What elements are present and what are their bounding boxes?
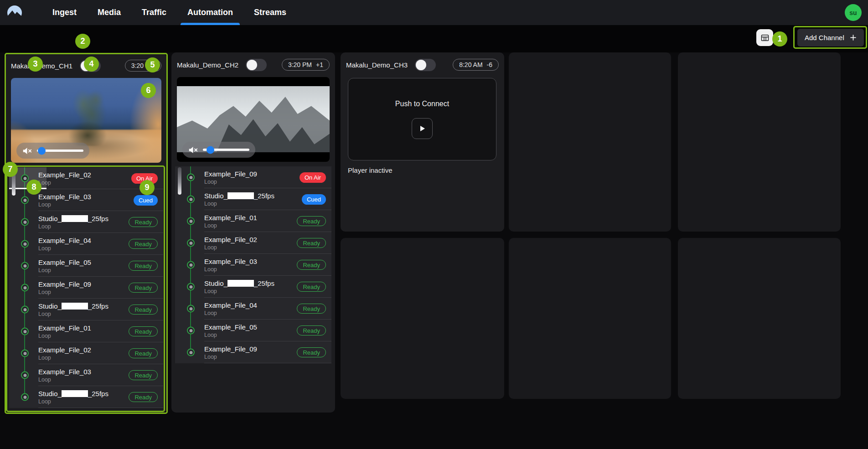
channel-preview-player[interactable]: [177, 77, 330, 162]
plus-icon: [850, 34, 857, 41]
tab-traffic[interactable]: Traffic: [131, 0, 177, 25]
name-prefix: Studio_: [204, 192, 227, 200]
playlist-item-status-badge: Ready: [129, 261, 158, 271]
playlist-item-status-badge: Ready: [297, 304, 326, 314]
playlist-item-meta: Example_File_03 Loop: [204, 258, 257, 273]
playlist-item[interactable]: Example_File_05 Loop Ready: [175, 320, 331, 341]
channel-on-air-toggle[interactable]: [415, 59, 436, 71]
playlist-item-node-icon: [21, 284, 29, 292]
playlist-item-status-badge: Ready: [129, 326, 158, 336]
channel-time-pill: 3:20 PM: [125, 60, 161, 72]
volume-slider-knob[interactable]: [207, 146, 214, 154]
empty-channel-slot: [509, 52, 671, 232]
playlist-scrollbar-thumb[interactable]: [178, 167, 181, 195]
playlist-item[interactable]: Example_File_01 Loop Ready: [175, 210, 331, 232]
play-icon: [418, 125, 426, 132]
playlist-item-node-icon: [187, 174, 195, 181]
tab-label: Automation: [187, 8, 233, 17]
empty-channel-slot: [509, 238, 671, 399]
playlist-item-name: Example_File_03: [38, 368, 91, 376]
add-channel-button[interactable]: Add Channel: [797, 29, 864, 46]
playlist-item[interactable]: Example_File_09 Loop Ready: [9, 277, 163, 299]
playlist-item[interactable]: Example_File_03 Loop Ready: [175, 254, 331, 276]
playlist-item-name: Example_File_01: [38, 324, 91, 332]
playlist-item-meta: Example_File_05 Loop: [204, 323, 257, 338]
playlist-item-status-badge: Ready: [297, 238, 326, 248]
utc-offset: +1: [316, 61, 323, 68]
playlist-item[interactable]: Studio__25fps Loop Ready: [9, 211, 163, 233]
playlist-item[interactable]: Example_File_04 Loop Ready: [9, 233, 163, 255]
volume-slider[interactable]: [203, 149, 249, 151]
muted-speaker-icon[interactable]: [188, 146, 198, 154]
channel-time: 3:20 PM: [131, 62, 155, 69]
tab-media[interactable]: Media: [87, 0, 131, 25]
playlist-item[interactable]: Example_File_09 Loop Ready: [175, 341, 331, 363]
name-prefix: Studio_: [38, 302, 62, 310]
playlist-item-status-badge: Ready: [129, 239, 158, 249]
toolbar: Add Channel: [0, 25, 868, 52]
channel-on-air-toggle[interactable]: [80, 60, 101, 72]
playlist-item[interactable]: Example_File_02 Loop Ready: [9, 342, 163, 364]
channel-playlist: Example_File_09 Loop On Air Studio__25fp…: [175, 166, 331, 363]
channel-on-air-toggle[interactable]: [246, 59, 267, 71]
grid-view-icon: [760, 33, 770, 42]
volume-slider[interactable]: [37, 150, 83, 152]
connect-play-button[interactable]: [412, 118, 433, 139]
name-suffix: _25fps: [88, 302, 108, 310]
playlist-item-meta: Studio__25fps Loop: [204, 279, 274, 294]
playlist-item[interactable]: Studio__25fps Loop Ready: [175, 276, 331, 298]
channel-preview-player[interactable]: [11, 78, 161, 163]
playlist-item-node-icon: [21, 196, 29, 204]
playlist-item[interactable]: Example_File_04 Loop Ready: [175, 298, 331, 320]
playlist-item[interactable]: Studio__25fps Loop Cued: [175, 188, 331, 210]
redacted-text-block: [62, 303, 88, 310]
playlist-item[interactable]: Example_File_03 Loop Cued: [9, 189, 163, 211]
makalu-logo-icon[interactable]: [6, 5, 23, 21]
playlist-item[interactable]: Example_File_03 Loop Ready: [9, 364, 163, 386]
playlist-item-node-icon: [21, 262, 29, 270]
playlist-item[interactable]: Studio__25fps Loop Ready: [9, 299, 163, 320]
tab-ingest[interactable]: Ingest: [42, 0, 87, 25]
playlist-item-mode: Loop: [204, 354, 257, 360]
tab-label: Traffic: [142, 8, 166, 17]
playlist-item-status-badge: On Air: [131, 173, 158, 184]
playlist-item-name: Example_File_04: [204, 301, 257, 309]
playlist-item[interactable]: Example_File_02 Loop Ready: [175, 232, 331, 254]
playlist-item-node-icon: [21, 372, 29, 379]
push-to-connect-box: Push to Connect: [348, 78, 496, 160]
playlist-item-node-icon: [187, 349, 195, 356]
playlist-item-status-badge: Cued: [302, 194, 326, 205]
playlist-item-name: Example_File_09: [204, 170, 257, 178]
playlist-item-name: Studio__25fps: [38, 390, 108, 397]
playlist-item-status-badge: Ready: [297, 260, 326, 270]
playlist-item-node-icon: [187, 305, 195, 313]
playlist-item-meta: Studio__25fps Loop: [38, 390, 108, 405]
tab-streams[interactable]: Streams: [243, 0, 297, 25]
playlist-scrollbar-thumb[interactable]: [12, 168, 16, 196]
user-avatar[interactable]: su: [845, 4, 862, 21]
playlist-item[interactable]: Studio__25fps Loop Ready: [9, 386, 163, 408]
playlist-item-mode: Loop: [38, 289, 91, 295]
playlist-item-mode: Loop: [204, 310, 257, 316]
muted-speaker-icon[interactable]: [22, 147, 32, 155]
playlist-item-meta: Studio__25fps Loop: [38, 215, 108, 230]
playlist-item-mode: Loop: [38, 398, 108, 405]
channel-grid-view-button[interactable]: [756, 29, 773, 46]
playlist-item-status-badge: Cued: [134, 195, 158, 206]
volume-slider-knob[interactable]: [38, 147, 46, 155]
playlist-item-node-icon: [187, 283, 195, 291]
name-prefix: Studio_: [38, 390, 62, 397]
playlist-item-name: Example_File_01: [204, 214, 257, 222]
playlist-item[interactable]: Example_File_02 Loop On Air: [9, 167, 163, 189]
playlist-item-name: Example_File_02: [204, 236, 257, 243]
playlist-item[interactable]: Example_File_01 Loop Ready: [9, 320, 163, 342]
playlist-item-mode: Loop: [38, 333, 91, 339]
playlist-item[interactable]: Example_File_05 Loop Ready: [9, 255, 163, 277]
channel-time: 8:20 AM: [459, 61, 482, 68]
tab-automation[interactable]: Automation: [177, 0, 243, 25]
playlist-item[interactable]: Example_File_09 Loop On Air: [175, 166, 331, 188]
playlist-item-status-badge: Ready: [129, 304, 158, 315]
playlist-item-meta: Studio__25fps Loop: [204, 192, 274, 207]
redacted-text-block: [227, 280, 254, 287]
channel-panel-ch3: Makalu_Demo_CH3 8:20 AM -6 Push to Conne…: [341, 52, 504, 232]
